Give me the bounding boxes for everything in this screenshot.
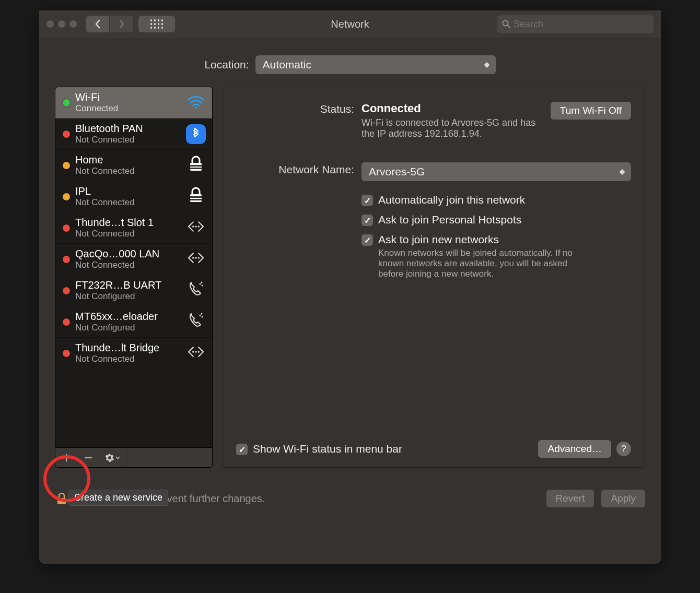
service-actions-button[interactable] [99,448,126,467]
svg-rect-8 [190,196,202,198]
svg-point-20 [201,313,203,315]
status-description: Wi-Fi is connected to Arvores-5G and has… [361,117,543,139]
detail-panel: Status: Connected Wi-Fi is connected to … [222,87,645,468]
zoom-window-button[interactable] [69,20,77,28]
svg-rect-6 [190,194,202,202]
ethernet-icon [185,343,207,363]
show-menubar-label: Show Wi-Fi status in menu bar [253,443,402,455]
service-status: Not Connected [75,260,180,270]
service-item-bluetooth-pan[interactable]: Bluetooth PANNot Connected [55,118,212,150]
status-dot [63,318,70,326]
service-item-home[interactable]: HomeNot Connected [55,150,212,181]
wifi-toggle-button[interactable]: Turn Wi-Fi Off [551,102,631,120]
svg-point-9 [192,226,194,228]
service-name: Thunde…t Slot 1 [75,217,180,229]
svg-point-15 [200,283,201,285]
show-menubar-checkbox[interactable] [236,444,248,455]
service-status: Connected [75,103,180,114]
show-all-button[interactable] [138,16,175,32]
network-name-value: Arvores-5G [369,165,425,178]
service-name: Bluetooth PAN [75,123,180,135]
advanced-button[interactable]: Advanced… [538,440,611,458]
service-sidebar: Wi-FiConnectedBluetooth PANNot Connected… [55,87,213,468]
ask-new-checkbox[interactable] [361,234,373,246]
service-name: Thunde…lt Bridge [75,342,180,354]
status-dot [63,350,70,357]
search-field[interactable] [497,15,654,33]
ethernet-icon [185,218,207,238]
service-text: MT65xx…eloaderNot Configured [75,311,180,333]
vpn-lock-icon [187,155,205,175]
service-item-thunde-lt-bridge[interactable]: Thunde…lt BridgeNot Connected [55,338,212,369]
svg-point-23 [198,351,200,353]
network-name-label: Network Name: [236,162,354,281]
auto-join-checkbox[interactable] [361,195,373,206]
service-text: IPLNot Connected [75,185,180,208]
add-service-button[interactable] [55,448,77,467]
service-item-ft232r-b-uart[interactable]: FT232R…B UARTNot Configured [55,275,212,306]
stepper-icon [617,169,627,175]
service-status: Not Connected [75,166,180,176]
forward-button[interactable] [110,16,133,32]
gear-icon [105,453,114,462]
plus-icon [62,454,71,462]
ask-new-hint: Known networks will be joined automatica… [378,248,592,279]
status-dot [63,162,70,169]
minimize-window-button[interactable] [58,20,65,28]
svg-point-11 [198,226,200,228]
ask-hotspot-label: Ask to join Personal Hotspots [378,214,521,226]
service-item-ipl[interactable]: IPLNot Connected [55,181,212,212]
svg-point-22 [195,351,197,353]
svg-line-1 [508,26,510,28]
network-name-select[interactable]: Arvores-5G [361,162,631,181]
minus-icon [84,454,92,462]
ask-new-label: Ask to join new networks [378,233,499,245]
svg-rect-7 [190,199,202,200]
location-row: Location: Automatic [55,55,645,74]
search-input[interactable] [514,19,648,30]
apply-button[interactable]: Apply [601,490,645,507]
service-status: Not Connected [75,135,180,145]
grid-icon [150,19,164,29]
svg-rect-5 [190,165,202,167]
service-item-qacqo-000-lan[interactable]: QacQo…000 LANNot Connected [55,244,212,275]
modem-phone-icon [186,311,205,333]
location-select[interactable]: Automatic [255,55,496,74]
service-text: HomeNot Connected [75,154,180,176]
lock-icon[interactable] [55,492,68,505]
location-label: Location: [204,58,249,71]
ask-hotspot-checkbox[interactable] [361,215,373,226]
remove-service-button[interactable] [77,448,99,467]
service-text: FT232R…B UARTNot Configured [75,279,180,302]
chevron-left-icon [95,19,101,29]
status-dot [63,193,70,200]
revert-button[interactable]: Revert [546,490,594,507]
svg-point-2 [195,106,197,109]
status-value: Connected [361,102,421,115]
back-button[interactable] [86,16,109,32]
add-service-tooltip: Create a new service [68,490,168,506]
service-item-wi-fi[interactable]: Wi-FiConnected [55,87,212,118]
help-button[interactable]: ? [616,442,631,456]
nav-buttons [86,16,133,32]
service-list[interactable]: Wi-FiConnectedBluetooth PANNot Connected… [55,87,212,447]
service-item-mt65xx-eloader[interactable]: MT65xx…eloaderNot Configured [55,306,212,338]
chevron-right-icon [119,19,125,29]
svg-point-10 [195,226,197,228]
svg-point-13 [195,257,197,259]
svg-point-19 [202,316,203,318]
window-title: Network [331,18,369,30]
sidebar-footer [55,447,212,467]
service-item-thunde-t-slot-1[interactable]: Thunde…t Slot 1Not Connected [55,212,212,244]
svg-point-18 [200,315,201,316]
search-icon [502,20,510,28]
ethernet-icon [185,250,207,269]
service-text: Bluetooth PANNot Connected [75,123,180,145]
service-status: Not Connected [75,229,180,239]
auto-join-label: Automatically join this network [378,194,525,206]
status-dot [63,99,70,106]
wifi-icon [186,94,206,111]
service-text: Thunde…lt BridgeNot Connected [75,342,180,364]
close-window-button[interactable] [46,20,54,28]
location-value: Automatic [263,58,311,71]
